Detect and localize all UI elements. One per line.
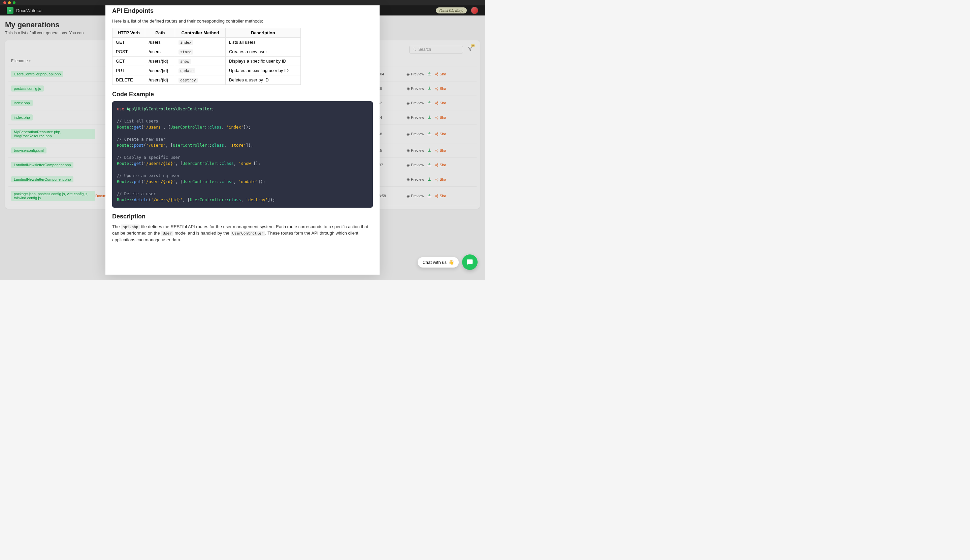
endpoint-row: POST/usersstoreCreates a new user [112,47,301,56]
table-header-cell: Controller Method [175,28,226,37]
section-code: Code Example [112,91,373,98]
endpoints-intro: Here is a list of the defined routes and… [112,18,373,25]
chat-button[interactable] [462,255,478,270]
chat-widget: Chat with us 👋 [418,255,478,270]
endpoint-row: PUT/users/{id}updateUpdates an existing … [112,66,301,75]
wave-icon: 👋 [449,260,454,265]
table-header-cell: Path [145,28,175,37]
endpoint-row: GET/users/{id}showDisplays a specific us… [112,56,301,66]
endpoints-table: HTTP VerbPathController MethodDescriptio… [112,28,301,85]
table-header-cell: HTTP Verb [112,28,145,37]
documentation-modal: API Endpoints Here is a list of the defi… [105,5,380,275]
section-description: Description [112,213,373,220]
endpoint-row: GET/usersindexLists all users [112,37,301,47]
table-header-cell: Description [225,28,300,37]
section-endpoints: API Endpoints [112,7,373,15]
code-example[interactable]: use App\Http\Controllers\UserController;… [112,101,373,208]
endpoint-row: DELETE/users/{id}destroyDeletes a user b… [112,75,301,85]
description-text: The api.php file defines the RESTful API… [112,223,373,243]
chat-label[interactable]: Chat with us 👋 [418,257,459,268]
modal-overlay[interactable]: API Endpoints Here is a list of the defi… [0,0,485,280]
